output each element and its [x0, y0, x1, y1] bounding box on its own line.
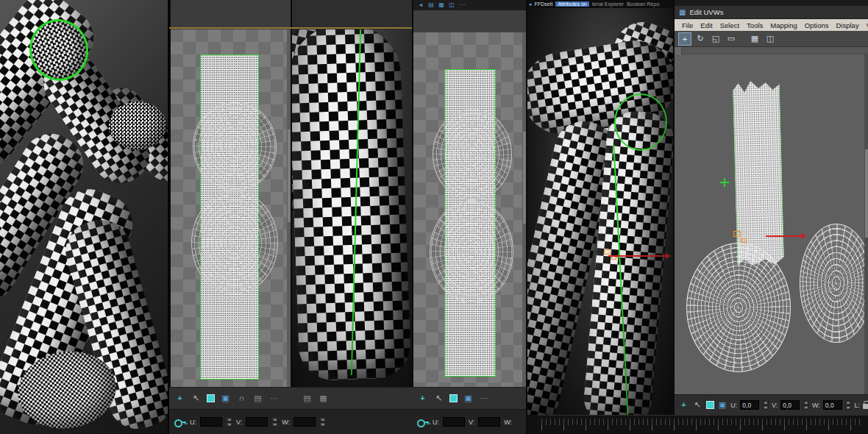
more-options-icon[interactable]: ⋯ [479, 393, 490, 404]
v-spin-down[interactable] [803, 405, 809, 410]
v-field[interactable] [478, 417, 500, 427]
menu-mapping[interactable]: Mapping [766, 21, 800, 30]
u-value-field[interactable]: 0,0 [740, 400, 759, 410]
key-icon[interactable] [174, 419, 186, 426]
options-tool-button[interactable]: ◫ [764, 32, 777, 46]
w-field[interactable] [294, 417, 316, 427]
tab-ffdsett[interactable]: FFDsett [535, 1, 553, 7]
magnet-snap-icon[interactable]: ∩ [236, 393, 247, 404]
window-edge-highlight [169, 27, 412, 29]
move-icon[interactable]: + [417, 393, 428, 404]
mirror-icon[interactable]: ▦ [318, 393, 329, 404]
uv-editor-panel-2: ◂ ▤ ▦ ◫ ⋯ [412, 0, 526, 434]
chevron-left-icon[interactable]: ◂ [417, 1, 424, 9]
uv-shell-circle[interactable] [193, 102, 277, 191]
title-fragments-bar: ◂ FFDsett Attributes on terial Explorer … [527, 0, 673, 8]
cube-icon[interactable]: ▣ [717, 399, 728, 410]
key-icon[interactable] [417, 419, 429, 426]
panel-collapse-icon[interactable]: ◂ [529, 1, 532, 7]
mirror-tool-button[interactable]: ▦ [748, 32, 761, 46]
viewport-legs-crossed[interactable]: ◂ FFDsett Attributes on terial Explorer … [526, 0, 673, 434]
gizmo-handle[interactable] [733, 231, 741, 237]
snap-toggle-icon[interactable] [449, 394, 458, 402]
rotate-tool-button[interactable]: ↻ [694, 32, 707, 46]
vertical-scrollbar[interactable] [864, 54, 868, 394]
cube-icon[interactable]: ▣ [220, 393, 231, 404]
menu-display[interactable]: Display [832, 21, 862, 30]
w-spin-down[interactable] [845, 405, 852, 410]
timeline-bar[interactable] [537, 415, 868, 434]
move-tool-button[interactable]: + [678, 32, 691, 46]
move-icon[interactable]: + [174, 393, 185, 404]
v-field[interactable] [246, 417, 268, 427]
mirror-icon[interactable]: ▦ [438, 1, 445, 9]
u-label: U: [190, 419, 196, 426]
uv-shell-circle[interactable] [686, 243, 791, 372]
scrollbar-thumb[interactable] [865, 149, 868, 238]
menu-view[interactable]: View [863, 21, 868, 30]
v-value-field[interactable]: 0,0 [780, 400, 800, 410]
menu-file[interactable]: File [678, 21, 697, 30]
panel-top-band [292, 0, 412, 29]
uv-shell-circle[interactable] [191, 191, 278, 294]
tab-material-explorer[interactable]: terial Explorer [592, 1, 624, 7]
freeform-tool-button[interactable]: ▭ [725, 32, 738, 46]
u-label: U: [433, 419, 439, 426]
uv-shell-circle[interactable] [800, 224, 868, 343]
more-options-icon[interactable]: ⋯ [458, 1, 466, 9]
viewport-area[interactable] [292, 29, 412, 387]
v-spin-up[interactable] [803, 400, 809, 405]
viewport-legs-front[interactable] [291, 0, 412, 434]
w-value-field[interactable]: 0,0 [823, 400, 842, 410]
move-icon[interactable]: + [678, 399, 689, 410]
uv-canvas-main[interactable] [675, 54, 868, 394]
uv-shell-circle[interactable] [433, 109, 512, 200]
selected-patch-green-outline[interactable] [614, 93, 667, 151]
grid-icon[interactable]: ▤ [252, 393, 263, 404]
grid-icon[interactable]: ▤ [427, 1, 435, 9]
menu-edit[interactable]: Edit [697, 21, 716, 30]
tab-boolean[interactable]: Boolean Repo [627, 1, 659, 7]
u-field[interactable] [200, 417, 222, 427]
uv-shell-circle[interactable] [430, 200, 513, 303]
gizmo-handle[interactable] [604, 249, 611, 255]
snap-toggle-icon[interactable] [706, 401, 714, 409]
w-spin-up[interactable] [319, 417, 326, 421]
cylinder-cap[interactable] [109, 102, 166, 150]
viewport-area[interactable] [527, 8, 673, 415]
select-cursor-icon[interactable]: ↖ [191, 393, 202, 404]
u-spin-up[interactable] [226, 417, 232, 421]
v-spin-down[interactable] [271, 422, 278, 427]
w-label: W: [504, 419, 512, 426]
viewport-branches[interactable] [0, 0, 169, 434]
uv-bottom-toolbar: + ↖ ▣ U: 0,0 V: 0,0 W: 0,0 L: [675, 394, 868, 415]
scale-tool-button[interactable]: ◱ [709, 32, 722, 46]
uv-canvas[interactable] [413, 32, 527, 387]
v-spin-up[interactable] [271, 417, 278, 421]
cube-icon[interactable]: ▣ [463, 393, 474, 404]
menu-select[interactable]: Select [716, 21, 743, 30]
select-cursor-icon[interactable]: ↖ [692, 399, 703, 410]
w-spin-up[interactable] [845, 400, 852, 405]
uvw-transform-row: U: V: W: [169, 409, 412, 434]
tab-attributes-active[interactable]: Attributes on [555, 1, 588, 7]
menu-tools[interactable]: Tools [743, 21, 766, 30]
u-spin-down[interactable] [226, 422, 232, 427]
u-field[interactable] [443, 417, 465, 427]
menu-options[interactable]: Options [801, 21, 833, 30]
snap-toggle-icon[interactable] [207, 394, 215, 402]
lock-icon[interactable] [863, 404, 868, 409]
screenshot-composite: + ↖ ▣ ∩ ▤ ⋯ ▤ ▦ U: V: W: ◂ ▤ ▦ ◫ ⋯ [0, 0, 868, 434]
more-options-icon[interactable]: ⋯ [268, 393, 280, 404]
uv-canvas[interactable] [171, 29, 292, 387]
uvw-transform-row: U: V: W: [412, 409, 526, 434]
x-axis-line [608, 255, 666, 257]
window-titlebar[interactable]: ▦ Edit UVWs [675, 6, 868, 19]
u-spin-up[interactable] [762, 400, 769, 405]
options-icon[interactable]: ◫ [448, 1, 455, 9]
select-cursor-icon[interactable]: ↖ [433, 393, 444, 404]
list-icon[interactable]: ▤ [302, 393, 313, 404]
gizmo-handle[interactable] [741, 238, 747, 243]
u-spin-down[interactable] [762, 405, 769, 410]
w-spin-down[interactable] [319, 422, 326, 427]
